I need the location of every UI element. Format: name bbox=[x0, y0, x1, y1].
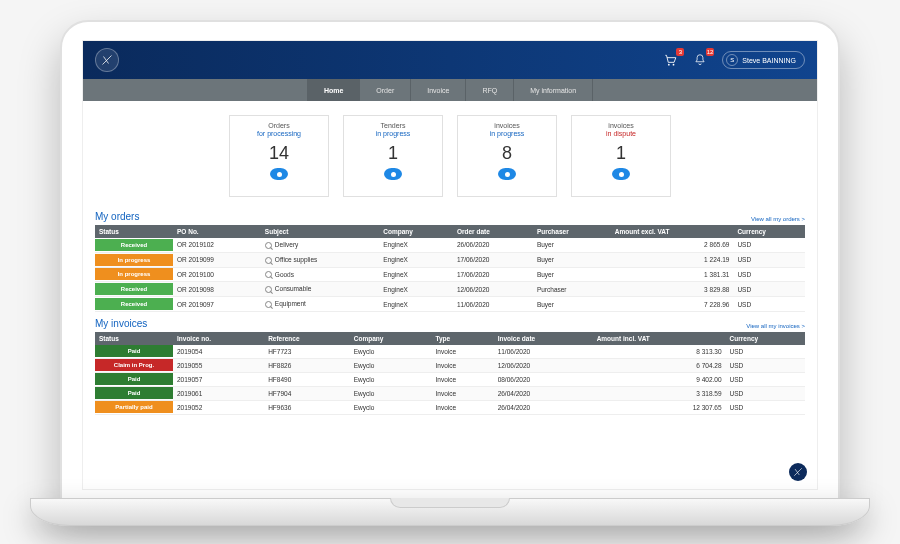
nav-tab-order[interactable]: Order bbox=[359, 79, 410, 101]
amount: 7 228.96 bbox=[611, 297, 734, 312]
table-row[interactable]: In progressOR 2019099Office suppliesEngi… bbox=[95, 252, 805, 267]
table-row[interactable]: Paid2019061HF7904EwycloInvoice26/04/2020… bbox=[95, 386, 805, 400]
status-badge: Paid bbox=[95, 373, 173, 385]
laptop-frame: 3 12 S Steve BAINNING HomeOrderInvoiceRF… bbox=[60, 20, 840, 500]
purchaser: Purchaser bbox=[533, 282, 611, 297]
invoices-table: StatusInvoice no.ReferenceCompanyTypeInv… bbox=[95, 332, 805, 415]
company: Ewyclo bbox=[350, 345, 432, 359]
invoice-no: 2019054 bbox=[173, 345, 264, 359]
amount: 6 704.28 bbox=[593, 358, 726, 372]
view-all-orders-link[interactable]: View all my orders > bbox=[751, 216, 805, 222]
view-all-invoices-link[interactable]: View all my invoices > bbox=[746, 323, 805, 329]
amount: 1 224.19 bbox=[611, 252, 734, 267]
table-row[interactable]: In progressOR 2019100GoodsEngineX17/06/2… bbox=[95, 267, 805, 282]
table-row[interactable]: ReceivedOR 2019097EquipmentEngineX11/06/… bbox=[95, 297, 805, 312]
invoices-section: My invoices View all my invoices > Statu… bbox=[83, 318, 817, 415]
table-row[interactable]: Partially paid2019052HF9636EwycloInvoice… bbox=[95, 400, 805, 414]
summary-card-0: Ordersfor processing14 bbox=[229, 115, 329, 197]
view-icon[interactable] bbox=[384, 168, 402, 180]
invoices-col: Invoice date bbox=[494, 332, 593, 345]
view-icon[interactable] bbox=[612, 168, 630, 180]
user-menu[interactable]: S Steve BAINNING bbox=[722, 51, 805, 69]
order-date: 11/06/2020 bbox=[453, 297, 533, 312]
orders-section: My orders View all my orders > StatusPO … bbox=[83, 211, 817, 312]
type: Invoice bbox=[432, 345, 494, 359]
company: EngineX bbox=[379, 282, 453, 297]
currency: USD bbox=[733, 282, 805, 297]
subject: Consumable bbox=[261, 282, 379, 297]
help-fab[interactable] bbox=[789, 463, 807, 481]
invoices-col: Company bbox=[350, 332, 432, 345]
table-row[interactable]: ReceivedOR 2019098ConsumableEngineX12/06… bbox=[95, 282, 805, 297]
card-line1: Tenders bbox=[381, 122, 406, 129]
orders-col: Status bbox=[95, 225, 173, 238]
status-badge: Claim in Prog. bbox=[95, 359, 173, 371]
purchaser: Buyer bbox=[533, 267, 611, 282]
table-row[interactable]: Paid2019057HF8490EwycloInvoice08/06/2020… bbox=[95, 372, 805, 386]
currency: USD bbox=[733, 267, 805, 282]
fab-icon bbox=[793, 467, 803, 477]
view-icon[interactable] bbox=[270, 168, 288, 180]
view-icon[interactable] bbox=[498, 168, 516, 180]
amount: 12 307.65 bbox=[593, 400, 726, 414]
amount: 1 381.31 bbox=[611, 267, 734, 282]
card-line1: Orders bbox=[268, 122, 289, 129]
status-badge: In progress bbox=[95, 254, 173, 266]
nav-tab-rfq[interactable]: RFQ bbox=[465, 79, 513, 101]
search-icon[interactable] bbox=[265, 286, 272, 293]
app-screen: 3 12 S Steve BAINNING HomeOrderInvoiceRF… bbox=[82, 40, 818, 490]
currency: USD bbox=[726, 372, 805, 386]
purchaser: Buyer bbox=[533, 238, 611, 252]
company: Ewyclo bbox=[350, 400, 432, 414]
purchaser: Buyer bbox=[533, 252, 611, 267]
nav-tab-invoice[interactable]: Invoice bbox=[410, 79, 465, 101]
reference: HF9636 bbox=[264, 400, 350, 414]
table-row[interactable]: Paid2019054HF7723EwycloInvoice11/06/2020… bbox=[95, 345, 805, 359]
invoice-date: 11/06/2020 bbox=[494, 345, 593, 359]
invoice-no: 2019057 bbox=[173, 372, 264, 386]
orders-col: Currency bbox=[733, 225, 805, 238]
company: Ewyclo bbox=[350, 372, 432, 386]
table-row[interactable]: ReceivedOR 2019102DeliveryEngineX26/06/2… bbox=[95, 238, 805, 252]
type: Invoice bbox=[432, 358, 494, 372]
nav-tab-home[interactable]: Home bbox=[307, 79, 359, 101]
invoices-col: Status bbox=[95, 332, 173, 345]
search-icon[interactable] bbox=[265, 257, 272, 264]
status-badge: Paid bbox=[95, 387, 173, 399]
summary-cards: Ordersfor processing14Tendersin progress… bbox=[83, 101, 817, 207]
notifications-button[interactable]: 12 bbox=[692, 52, 708, 68]
orders-table: StatusPO No.SubjectCompanyOrder datePurc… bbox=[95, 225, 805, 312]
amount: 2 865.69 bbox=[611, 238, 734, 252]
company: EngineX bbox=[379, 238, 453, 252]
card-value: 1 bbox=[388, 143, 398, 164]
app-logo[interactable] bbox=[95, 48, 119, 72]
card-line2: for processing bbox=[257, 130, 301, 137]
card-value: 1 bbox=[616, 143, 626, 164]
nav-tab-my-information[interactable]: My information bbox=[513, 79, 593, 101]
svg-point-0 bbox=[668, 64, 670, 66]
table-row[interactable]: Claim in Prog.2019055HF8826EwycloInvoice… bbox=[95, 358, 805, 372]
order-date: 17/06/2020 bbox=[453, 252, 533, 267]
app-header: 3 12 S Steve BAINNING bbox=[83, 41, 817, 79]
reference: HF8826 bbox=[264, 358, 350, 372]
search-icon[interactable] bbox=[265, 271, 272, 278]
company: Ewyclo bbox=[350, 358, 432, 372]
type: Invoice bbox=[432, 400, 494, 414]
po-no: OR 2019100 bbox=[173, 267, 261, 282]
amount: 3 318.59 bbox=[593, 386, 726, 400]
currency: USD bbox=[726, 358, 805, 372]
summary-card-3: invoicesin dispute1 bbox=[571, 115, 671, 197]
search-icon[interactable] bbox=[265, 301, 272, 308]
header-right: 3 12 S Steve BAINNING bbox=[662, 51, 805, 69]
cart-button[interactable]: 3 bbox=[662, 52, 678, 68]
subject: Delivery bbox=[261, 238, 379, 252]
invoices-col: Type bbox=[432, 332, 494, 345]
amount: 3 829.88 bbox=[611, 282, 734, 297]
notifications-badge: 12 bbox=[706, 48, 715, 56]
invoice-date: 08/06/2020 bbox=[494, 372, 593, 386]
svg-point-1 bbox=[673, 64, 675, 66]
card-line1: invoices bbox=[608, 122, 633, 129]
search-icon[interactable] bbox=[265, 242, 272, 249]
card-value: 14 bbox=[269, 143, 289, 164]
card-line2: in dispute bbox=[606, 130, 636, 137]
